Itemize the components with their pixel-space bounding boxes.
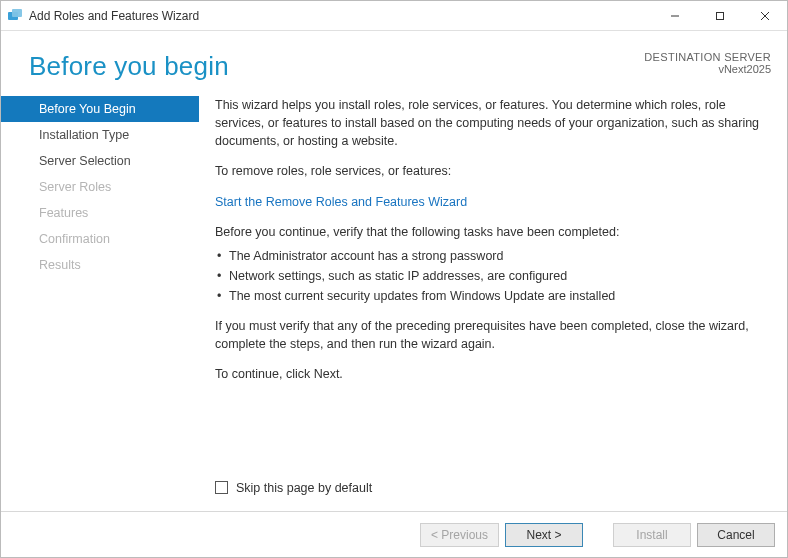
- cancel-button[interactable]: Cancel: [697, 523, 775, 547]
- install-button: Install: [613, 523, 691, 547]
- step-confirmation: Confirmation: [1, 226, 199, 252]
- remove-roles-link[interactable]: Start the Remove Roles and Features Wiza…: [215, 193, 467, 211]
- prereq-item: Network settings, such as static IP addr…: [215, 267, 763, 285]
- continue-note: To continue, click Next.: [215, 365, 763, 383]
- prereq-item: The most current security updates from W…: [215, 287, 763, 305]
- prereq-item: The Administrator account has a strong p…: [215, 247, 763, 265]
- step-server-selection[interactable]: Server Selection: [1, 148, 199, 174]
- step-installation-type[interactable]: Installation Type: [1, 122, 199, 148]
- verify-heading: Before you continue, verify that the fol…: [215, 223, 763, 241]
- close-button[interactable]: [742, 1, 787, 30]
- step-before-you-begin[interactable]: Before You Begin: [1, 96, 199, 122]
- previous-button: < Previous: [420, 523, 499, 547]
- destination-info: DESTINATION SERVER vNext2025: [644, 51, 771, 75]
- page-title: Before you begin: [29, 51, 229, 82]
- step-server-roles: Server Roles: [1, 174, 199, 200]
- window-title: Add Roles and Features Wizard: [29, 9, 652, 23]
- skip-label: Skip this page by default: [236, 479, 372, 497]
- destination-label: DESTINATION SERVER: [644, 51, 771, 63]
- footer-buttons: < Previous Next > Install Cancel: [1, 511, 787, 557]
- body-area: Before You Begin Installation Type Serve…: [1, 96, 787, 511]
- next-button[interactable]: Next >: [505, 523, 583, 547]
- minimize-button[interactable]: [652, 1, 697, 30]
- step-features: Features: [1, 200, 199, 226]
- prereq-list: The Administrator account has a strong p…: [215, 247, 763, 305]
- destination-server: vNext2025: [644, 63, 771, 75]
- wizard-steps-sidebar: Before You Begin Installation Type Serve…: [1, 96, 199, 511]
- content-area: This wizard helps you install roles, rol…: [199, 96, 787, 511]
- skip-checkbox[interactable]: [215, 481, 228, 494]
- wizard-window: Add Roles and Features Wizard Before you…: [0, 0, 788, 558]
- intro-text: This wizard helps you install roles, rol…: [215, 96, 763, 150]
- svg-rect-1: [12, 9, 22, 17]
- svg-rect-3: [716, 12, 723, 19]
- step-results: Results: [1, 252, 199, 278]
- header-area: Before you begin DESTINATION SERVER vNex…: [1, 31, 787, 96]
- remove-heading: To remove roles, role services, or featu…: [215, 162, 763, 180]
- server-manager-icon: [7, 8, 23, 24]
- content-scroll: This wizard helps you install roles, rol…: [215, 96, 763, 473]
- skip-row: Skip this page by default: [215, 473, 763, 511]
- maximize-button[interactable]: [697, 1, 742, 30]
- window-controls: [652, 1, 787, 30]
- titlebar: Add Roles and Features Wizard: [1, 1, 787, 31]
- close-note: If you must verify that any of the prece…: [215, 317, 763, 353]
